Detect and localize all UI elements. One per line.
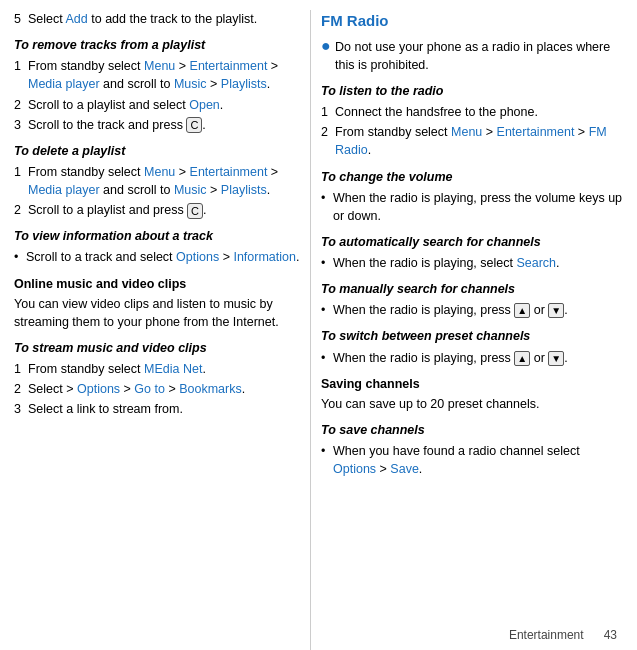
- entertainment-link1[interactable]: Entertainment: [190, 59, 268, 73]
- media-net-link[interactable]: MEdia Net: [144, 362, 202, 376]
- options-link1[interactable]: Options: [176, 250, 219, 264]
- remove-tracks-title: To remove tracks from a playlist: [14, 36, 300, 54]
- down-key2: ▼: [548, 351, 564, 366]
- volume-section: To change the volume • When the radio is…: [321, 168, 623, 225]
- down-key1: ▼: [548, 303, 564, 318]
- step5-text: Select Add to add the track to the playl…: [28, 10, 257, 28]
- right-column: FM Radio ● Do not use your phone as a ra…: [310, 10, 637, 650]
- footer-label: Entertainment: [509, 628, 584, 642]
- up-key2: ▲: [514, 351, 530, 366]
- listen-title: To listen to the radio: [321, 82, 623, 100]
- music-link2[interactable]: Music: [174, 183, 207, 197]
- view-info-bullet: • Scroll to a track and select Options >…: [14, 248, 300, 266]
- note-text: Do not use your phone as a radio in plac…: [335, 38, 623, 74]
- mediaplayer-link1[interactable]: Media player: [28, 77, 100, 91]
- num1: 1: [14, 57, 28, 93]
- saving-section: Saving channels You can save up to 20 pr…: [321, 375, 623, 413]
- save-section: To save channels • When you have found a…: [321, 421, 623, 478]
- footer-page: 43: [604, 628, 617, 642]
- playlists-link1[interactable]: Playlists: [221, 77, 267, 91]
- fm-radio-note: ● Do not use your phone as a radio in pl…: [321, 38, 623, 74]
- playlists-link2[interactable]: Playlists: [221, 183, 267, 197]
- stream-step1: 1 From standby select MEdia Net.: [14, 360, 300, 378]
- manual-search-title: To manually search for channels: [321, 280, 623, 298]
- stream-section: To stream music and video clips 1 From s…: [14, 339, 300, 419]
- delete-playlist-title: To delete a playlist: [14, 142, 300, 160]
- auto-search-title: To automatically search for channels: [321, 233, 623, 251]
- volume-title: To change the volume: [321, 168, 623, 186]
- saving-title: Saving channels: [321, 375, 623, 393]
- delete-step2: 2 Scroll to a playlist and press C.: [14, 201, 300, 219]
- online-music-text: You can view video clips and listen to m…: [14, 295, 300, 331]
- save-title: To save channels: [321, 421, 623, 439]
- menu-link2[interactable]: Menu: [144, 165, 175, 179]
- online-music-title: Online music and video clips: [14, 275, 300, 293]
- saving-text: You can save up to 20 preset channels.: [321, 395, 623, 413]
- menu-link1[interactable]: Menu: [144, 59, 175, 73]
- online-music-section: Online music and video clips You can vie…: [14, 275, 300, 331]
- stream-step3-text: Select a link to stream from.: [28, 400, 183, 418]
- save-link[interactable]: Save: [390, 462, 419, 476]
- entertainment-link2[interactable]: Entertainment: [190, 165, 268, 179]
- delete-step1: 1 From standby select Menu > Entertainme…: [14, 163, 300, 199]
- stream-step3: 3 Select a link to stream from.: [14, 400, 300, 418]
- fm-radio-title: FM Radio: [321, 10, 623, 32]
- bookmarks-link[interactable]: Bookmarks: [179, 382, 242, 396]
- music-link1[interactable]: Music: [174, 77, 207, 91]
- page-container: 5 Select Add to add the track to the pla…: [0, 0, 637, 650]
- c-key2: C: [187, 203, 203, 219]
- step5-num: 5: [14, 10, 28, 28]
- stream-step2: 2 Select > Options > Go to > Bookmarks.: [14, 380, 300, 398]
- manual-search-section: To manually search for channels • When t…: [321, 280, 623, 319]
- manual-search-bullet: • When the radio is playing, press ▲ or …: [321, 301, 623, 319]
- listen-step1: 1 Connect the handsfree to the phone.: [321, 103, 623, 121]
- note-icon: ●: [321, 38, 335, 54]
- switch-bullet: • When the radio is playing, press ▲ or …: [321, 349, 623, 367]
- left-column: 5 Select Add to add the track to the pla…: [0, 10, 310, 650]
- volume-bullet: • When the radio is playing, press the v…: [321, 189, 623, 225]
- goto-link[interactable]: Go to: [134, 382, 165, 396]
- open-link[interactable]: Open: [189, 98, 220, 112]
- search-link[interactable]: Search: [516, 256, 556, 270]
- remove-tracks-section: To remove tracks from a playlist 1 From …: [14, 36, 300, 134]
- remove-step2: 2 Scroll to a playlist and select Open.: [14, 96, 300, 114]
- listen-section: To listen to the radio 1 Connect the han…: [321, 82, 623, 160]
- view-info-section: To view information about a track • Scro…: [14, 227, 300, 266]
- information-link[interactable]: Information: [233, 250, 296, 264]
- switch-title: To switch between preset channels: [321, 327, 623, 345]
- stream-title: To stream music and video clips: [14, 339, 300, 357]
- remove-step1: 1 From standby select Menu > Entertainme…: [14, 57, 300, 93]
- mediaplayer-link2[interactable]: Media player: [28, 183, 100, 197]
- auto-search-bullet: • When the radio is playing, select Sear…: [321, 254, 623, 272]
- auto-search-section: To automatically search for channels • W…: [321, 233, 623, 272]
- switch-section: To switch between preset channels • When…: [321, 327, 623, 366]
- add-link[interactable]: Add: [66, 12, 88, 26]
- listen-step2: 2 From standby select Menu > Entertainme…: [321, 123, 623, 159]
- step5: 5 Select Add to add the track to the pla…: [14, 10, 300, 28]
- delete-playlist-section: To delete a playlist 1 From standby sele…: [14, 142, 300, 220]
- remove-step3: 3 Scroll to the track and press C.: [14, 116, 300, 134]
- footer: Entertainment 43: [509, 628, 617, 642]
- c-key1: C: [186, 117, 202, 133]
- view-info-title: To view information about a track: [14, 227, 300, 245]
- options-link2[interactable]: Options: [77, 382, 120, 396]
- entertainment-link3[interactable]: Entertainment: [497, 125, 575, 139]
- save-bullet: • When you have found a radio channel se…: [321, 442, 623, 478]
- options-link3[interactable]: Options: [333, 462, 376, 476]
- up-key1: ▲: [514, 303, 530, 318]
- menu-link3[interactable]: Menu: [451, 125, 482, 139]
